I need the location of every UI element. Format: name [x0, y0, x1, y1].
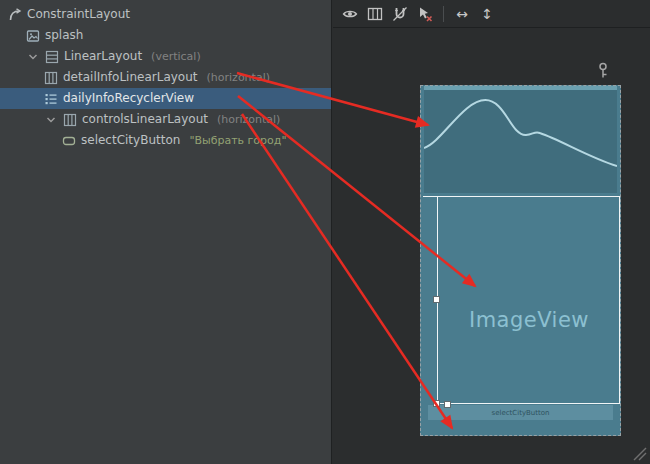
- selection-bounds: [437, 196, 620, 404]
- magnet-off-icon: [392, 6, 408, 22]
- detail-info-section-preview[interactable]: [424, 90, 617, 193]
- tree-item-meta: (horizontal): [217, 113, 280, 126]
- select-city-button-preview-label: selectCityButton: [492, 409, 550, 417]
- component-tree-panel: ConstraintLayoutsplashLinearLayout(verti…: [0, 0, 332, 464]
- tree-item-detailInfoLinearLayout[interactable]: detailInfoLinearLayout(horizontal): [0, 67, 331, 88]
- design-toolbar: ↔ ↕: [333, 0, 650, 28]
- linear-horizontal-icon: [44, 71, 58, 85]
- tree-item-label: dailyInfoRecyclerView: [63, 88, 194, 109]
- expand-vertical-button[interactable]: ↕: [476, 3, 498, 25]
- autoconnect-button[interactable]: [389, 3, 411, 25]
- tree-item-label: controlsLinearLayout: [82, 109, 208, 130]
- wrench-icon[interactable]: [596, 62, 610, 79]
- tree-item-label: selectCityButton: [81, 130, 180, 151]
- tree-item-dailyInfoRecyclerView[interactable]: dailyInfoRecyclerView: [0, 88, 331, 109]
- curve-graphic: [424, 90, 617, 193]
- tree-item-meta: "Выбрать город": [189, 134, 286, 147]
- design-canvas[interactable]: ImageView selectCityButton: [333, 28, 650, 464]
- selection-handle-left[interactable]: [433, 296, 440, 303]
- tree-item-controlsLinearLayout[interactable]: controlsLinearLayout(horizontal): [0, 109, 331, 130]
- tree-item-meta: (vertical): [151, 50, 201, 63]
- image-icon: [26, 29, 40, 43]
- selection-handle-bottom[interactable]: [444, 401, 451, 408]
- tree-item-label: ConstraintLayout: [27, 4, 130, 25]
- design-surface-panel: ↔ ↕ ImageView selectCityButton: [333, 0, 650, 464]
- tree-item-label: detailInfoLinearLayout: [63, 67, 198, 88]
- layout-editor-window: ConstraintLayoutsplashLinearLayout(verti…: [0, 0, 650, 464]
- selection-handle-bottom-left[interactable]: [433, 400, 440, 407]
- resize-handle[interactable]: [631, 445, 647, 461]
- tree-item-splash[interactable]: splash: [0, 25, 331, 46]
- tree-item-meta: (horizontal): [207, 71, 270, 84]
- expand-horizontal-button[interactable]: ↔: [451, 3, 473, 25]
- device-preview[interactable]: ImageView selectCityButton: [420, 85, 621, 436]
- clear-constraints-icon: [417, 6, 433, 22]
- tree-item-ConstraintLayout[interactable]: ConstraintLayout: [0, 4, 331, 25]
- tree-item-selectCityButton[interactable]: selectCityButton"Выбрать город": [0, 130, 331, 151]
- grid-columns-icon: [367, 6, 383, 22]
- clear-constraints-button[interactable]: [414, 3, 436, 25]
- recycler-icon: [44, 92, 58, 106]
- select-city-button-preview[interactable]: selectCityButton: [428, 405, 613, 420]
- chevron-down-icon[interactable]: [44, 113, 58, 127]
- layout-variants-button[interactable]: [364, 3, 386, 25]
- tree-item-LinearLayout[interactable]: LinearLayout(vertical): [0, 46, 331, 67]
- constraint-icon: [8, 8, 22, 22]
- linear-vertical-icon: [45, 50, 59, 64]
- view-options-button[interactable]: [339, 3, 361, 25]
- linear-horizontal-icon: [63, 113, 77, 127]
- chevron-down-icon[interactable]: [26, 50, 40, 64]
- button-icon: [62, 134, 76, 148]
- tree-item-label: splash: [45, 25, 83, 46]
- component-tree: ConstraintLayoutsplashLinearLayout(verti…: [0, 4, 331, 151]
- toolbar-separator: [443, 6, 444, 22]
- selection-edge-extension: [423, 196, 437, 197]
- imageview-placeholder[interactable]: ImageView: [437, 308, 621, 332]
- eye-icon: [342, 6, 358, 22]
- tree-item-label: LinearLayout: [64, 46, 142, 67]
